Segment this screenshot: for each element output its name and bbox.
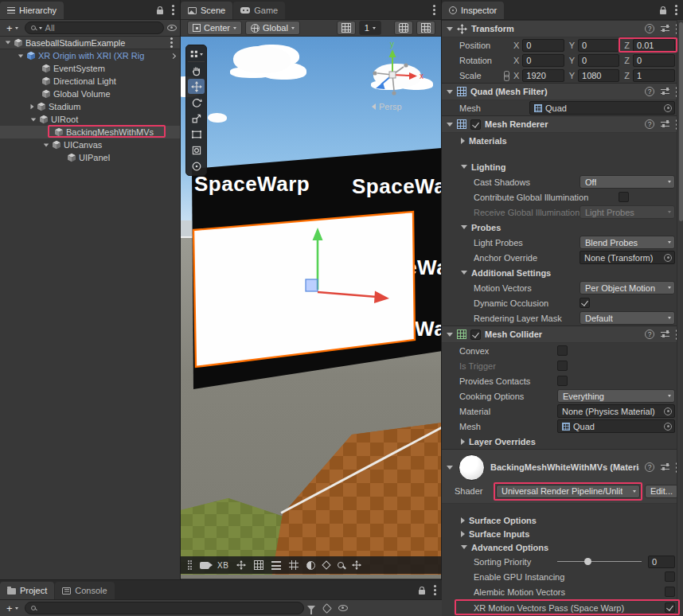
scene-viewport[interactable]: SpaceWarp SpaceWarp SpaceWarp SpaceWarp: [181, 37, 441, 579]
scrollbar-thumb[interactable]: [679, 22, 683, 221]
create-object-button[interactable]: +: [3, 22, 21, 34]
hierarchy-item-uipanel[interactable]: UIPanel: [0, 151, 180, 164]
fold-open-icon[interactable]: [31, 118, 36, 121]
object-picker-icon[interactable]: [664, 423, 672, 431]
sorting-priority-field[interactable]: 0: [648, 556, 675, 568]
hierarchy-item-uiroot[interactable]: UIRoot: [0, 113, 180, 126]
move-overlay-icon[interactable]: [236, 560, 246, 570]
fold-open-icon[interactable]: [447, 123, 453, 127]
fold-open-icon[interactable]: [447, 333, 453, 337]
material-preview-sphere[interactable]: [459, 454, 485, 481]
shading-mode-icon[interactable]: [306, 561, 315, 570]
preset-icon[interactable]: [661, 88, 669, 96]
fold-open-icon[interactable]: [6, 41, 10, 45]
tab-inspector[interactable]: Inspector: [442, 2, 504, 19]
materials-foldout[interactable]: Materials: [442, 133, 683, 148]
lock-icon[interactable]: [419, 590, 425, 595]
overlay-drag-handle[interactable]: [188, 560, 192, 570]
rendering-layer-mask-dropdown[interactable]: Default: [580, 311, 675, 325]
collider-mesh-field[interactable]: Quad: [557, 419, 675, 433]
grid-visibility-button[interactable]: [337, 21, 356, 35]
hierarchy-search-input[interactable]: All: [25, 21, 164, 34]
lock-icon[interactable]: [157, 10, 163, 14]
tab-project[interactable]: Project: [0, 582, 54, 599]
additional-settings-foldout[interactable]: Additional Settings: [442, 265, 683, 280]
tab-hierarchy[interactable]: Hierarchy: [0, 2, 64, 19]
hierarchy-item-stadium[interactable]: Stadium: [0, 100, 180, 113]
snap-increment-button[interactable]: [394, 21, 413, 35]
kebab-menu-icon[interactable]: [433, 9, 435, 11]
preset-icon[interactable]: [661, 120, 669, 128]
orientation-gizmo[interactable]: y x: [360, 41, 423, 108]
preset-icon[interactable]: [661, 463, 669, 471]
shader-edit-button[interactable]: Edit...: [645, 485, 678, 498]
tool-handle-rotation-dropdown[interactable]: Global: [245, 21, 300, 35]
light-probes-dropdown[interactable]: Blend Probes: [580, 236, 675, 249]
grid-overlay-icon[interactable]: [254, 560, 263, 570]
tab-game[interactable]: Game: [233, 2, 285, 19]
gizmo-xy-plane-handle[interactable]: [306, 279, 318, 291]
convex-checkbox[interactable]: [557, 345, 568, 356]
surface-inputs-foldout[interactable]: Surface Inputs: [442, 527, 683, 540]
help-icon[interactable]: ?: [645, 462, 654, 472]
pan-icon[interactable]: [352, 560, 361, 570]
fold-open-icon[interactable]: [447, 466, 453, 470]
position-x-field[interactable]: 0: [522, 39, 564, 52]
camera-icon[interactable]: [200, 562, 209, 569]
levels-icon[interactable]: [271, 561, 281, 570]
help-icon[interactable]: ?: [645, 24, 654, 33]
gizmos-icon[interactable]: [322, 560, 331, 569]
transform-header[interactable]: Transform ?: [442, 20, 683, 37]
scale-tool-button[interactable]: [188, 111, 205, 126]
fold-open-icon[interactable]: [44, 143, 49, 146]
hierarchy-item-backingmesh[interactable]: BackingMeshWithMVs: [0, 126, 180, 138]
fold-closed-icon[interactable]: [31, 104, 34, 109]
alembic-motion-vectors-checkbox[interactable]: [665, 587, 675, 597]
object-picker-icon[interactable]: [664, 104, 672, 112]
help-icon[interactable]: ?: [645, 87, 654, 96]
cast-shadows-dropdown[interactable]: Off: [580, 175, 675, 189]
hidden-packages-icon[interactable]: [338, 605, 348, 611]
provides-contacts-checkbox[interactable]: [557, 376, 568, 386]
kebab-menu-icon[interactable]: [675, 9, 677, 11]
rotation-x-field[interactable]: 0: [522, 54, 564, 67]
lock-icon[interactable]: [660, 10, 666, 14]
project-search-input[interactable]: [25, 602, 304, 614]
mesh-collider-enabled-checkbox[interactable]: [470, 329, 481, 340]
create-asset-button[interactable]: +: [3, 602, 21, 614]
hierarchy-item-global-volume[interactable]: Global Volume: [0, 88, 180, 100]
preset-icon[interactable]: [661, 330, 669, 338]
position-z-field[interactable]: 0.01: [633, 39, 675, 52]
mesh-object-field[interactable]: Quad: [529, 101, 675, 115]
move-tool-button[interactable]: [188, 79, 205, 94]
scale-y-field[interactable]: 1080: [578, 69, 619, 82]
search-icon[interactable]: [338, 562, 344, 568]
custom-tool-button[interactable]: [188, 158, 205, 173]
hierarchy-item-xr-origin[interactable]: XR Origin with XRI (XR Rig: [0, 49, 180, 62]
surface-options-foldout[interactable]: Surface Options: [442, 513, 683, 527]
preset-icon[interactable]: [661, 25, 669, 33]
xb-toggle[interactable]: XB: [217, 561, 228, 570]
sorting-priority-slider[interactable]: [557, 556, 642, 567]
mesh-renderer-enabled-checkbox[interactable]: [470, 119, 481, 130]
inspector-scrollbar[interactable]: [677, 20, 683, 616]
hierarchy-item-eventsystem[interactable]: EventSystem: [0, 62, 180, 75]
scale-x-field[interactable]: 1920: [522, 69, 564, 82]
gpu-instancing-checkbox[interactable]: [665, 571, 675, 582]
mesh-filter-header[interactable]: Quad (Mesh Filter) ?: [442, 83, 683, 100]
scale-z-field[interactable]: 1: [633, 69, 675, 82]
slider-thumb[interactable]: [584, 558, 591, 565]
tools-overlay-menu-button[interactable]: [188, 47, 205, 62]
object-picker-icon[interactable]: [664, 254, 672, 262]
grid-size-dropdown[interactable]: 1: [359, 21, 381, 35]
help-icon[interactable]: ?: [645, 329, 654, 339]
layer-overrides-foldout[interactable]: Layer Overrides: [442, 434, 683, 449]
projection-toggle[interactable]: Persp: [372, 102, 402, 111]
position-y-field[interactable]: 0: [578, 39, 619, 52]
transform-tool-button[interactable]: [188, 142, 205, 158]
selected-white-quad[interactable]: [193, 212, 415, 367]
probes-foldout[interactable]: Probes: [442, 220, 683, 235]
physics-material-field[interactable]: None (Physics Material): [557, 404, 675, 418]
scene-header-row[interactable]: BaseballStadiumExample: [0, 37, 180, 49]
lighting-foldout[interactable]: Lighting: [442, 159, 683, 174]
